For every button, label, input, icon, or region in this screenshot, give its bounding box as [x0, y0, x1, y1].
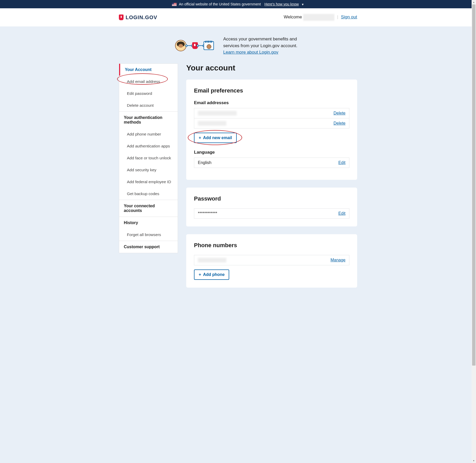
sidebar-item-edit-password[interactable]: Edit password: [119, 88, 178, 99]
email-row: redacted email one Delete: [194, 108, 349, 118]
sidebar-item-add-phone[interactable]: Add phone number: [119, 128, 178, 140]
email-row: redacted email Delete: [194, 118, 349, 128]
password-row: ************ Edit: [194, 208, 349, 219]
email-value-redacted: redacted email: [198, 121, 226, 126]
plus-icon: +: [199, 135, 201, 140]
sidebar-item-forget-browsers[interactable]: Forget all browsers: [119, 229, 178, 241]
password-value: ************: [198, 211, 217, 216]
id-card-icon: [204, 41, 214, 50]
manage-phone-link[interactable]: Manage: [330, 258, 345, 262]
phone-value-redacted: redacted phone: [198, 258, 226, 262]
person-icon: [175, 40, 186, 51]
email-list: redacted email one Delete redacted email…: [194, 108, 349, 129]
email-preferences-card: Email preferences Email addresses redact…: [186, 80, 357, 180]
sidebar-heading-support[interactable]: Customer support: [119, 241, 178, 253]
edit-language-link[interactable]: Edit: [338, 160, 345, 165]
header-user: Welcome | Sign out: [284, 14, 357, 21]
logo-text: LOGIN.GOV: [126, 15, 157, 20]
password-card-title: Password: [194, 195, 349, 202]
sidebar-heading-history[interactable]: History: [119, 217, 178, 229]
banner-text: An official website of the United States…: [179, 2, 261, 6]
add-phone-button[interactable]: + Add phone: [194, 269, 229, 280]
learn-more-link[interactable]: Learn more about Login.gov: [223, 50, 278, 55]
add-email-label: Add new email: [203, 136, 232, 140]
scrollbar[interactable]: ▴ ▾: [472, 0, 476, 295]
email-addresses-heading: Email addresses: [194, 100, 349, 105]
chevron-down-icon: ▼: [301, 3, 304, 6]
sidebar-nav: Your Account Add email address Edit pass…: [119, 63, 178, 253]
phone-card-title: Phone numbers: [194, 242, 349, 249]
delete-email-link[interactable]: Delete: [334, 121, 345, 126]
shield-icon: [119, 15, 124, 20]
plus-icon: +: [199, 272, 201, 277]
sidebar-item-add-security-key[interactable]: Add security key: [119, 164, 178, 176]
us-flag-icon: [172, 3, 177, 6]
sign-out-link[interactable]: Sign out: [341, 15, 357, 19]
intro-graphic: [175, 40, 214, 51]
sidebar-item-add-email[interactable]: Add email address: [119, 76, 178, 88]
connector-line-icon: [186, 45, 192, 46]
phone-numbers-card: Phone numbers redacted phone Manage + Ad…: [186, 234, 357, 288]
sidebar-item-delete-account[interactable]: Delete account: [119, 99, 178, 111]
language-heading: Language: [194, 150, 349, 155]
connector-line-icon: [198, 45, 204, 46]
site-header: LOGIN.GOV Welcome | Sign out: [0, 8, 476, 26]
banner-link[interactable]: Here's how you know: [264, 2, 299, 6]
language-row: English Edit: [194, 158, 349, 168]
welcome-label: Welcome: [284, 15, 302, 19]
sidebar-item-add-auth-apps[interactable]: Add authentication apps: [119, 140, 178, 152]
phone-row: redacted phone Manage: [194, 255, 349, 265]
language-value: English: [198, 160, 211, 165]
logo[interactable]: LOGIN.GOV: [119, 15, 157, 20]
page-title: Your account: [186, 63, 357, 72]
gov-banner: An official website of the United States…: [0, 0, 476, 8]
sidebar-item-add-face-touch[interactable]: Add face or touch unlock: [119, 152, 178, 164]
add-phone-label: Add phone: [203, 272, 225, 277]
main-content: Your account Email preferences Email add…: [186, 63, 357, 295]
email-card-title: Email preferences: [194, 87, 349, 94]
sidebar-heading-connected[interactable]: Your connected accounts: [119, 200, 178, 217]
password-card: Password ************ Edit: [186, 188, 357, 226]
email-value-redacted: redacted email one: [198, 111, 237, 116]
add-new-email-button[interactable]: + Add new email: [194, 133, 237, 143]
intro-section: Access your government benefits and serv…: [119, 26, 357, 63]
sidebar-item-backup-codes[interactable]: Get backup codes: [119, 188, 178, 200]
sidebar-heading-your-account[interactable]: Your Account: [119, 64, 178, 76]
delete-email-link[interactable]: Delete: [334, 111, 345, 116]
edit-password-link[interactable]: Edit: [338, 211, 345, 216]
username-redacted: [303, 14, 334, 21]
sidebar-heading-auth-methods[interactable]: Your authentication methods: [119, 111, 178, 128]
sidebar-item-add-federal-id[interactable]: Add federal employee ID: [119, 176, 178, 188]
scroll-up-button[interactable]: ▴: [472, 0, 476, 4]
scrollbar-thumb[interactable]: [472, 4, 475, 295]
intro-text: Access your government benefits and serv…: [223, 37, 297, 48]
